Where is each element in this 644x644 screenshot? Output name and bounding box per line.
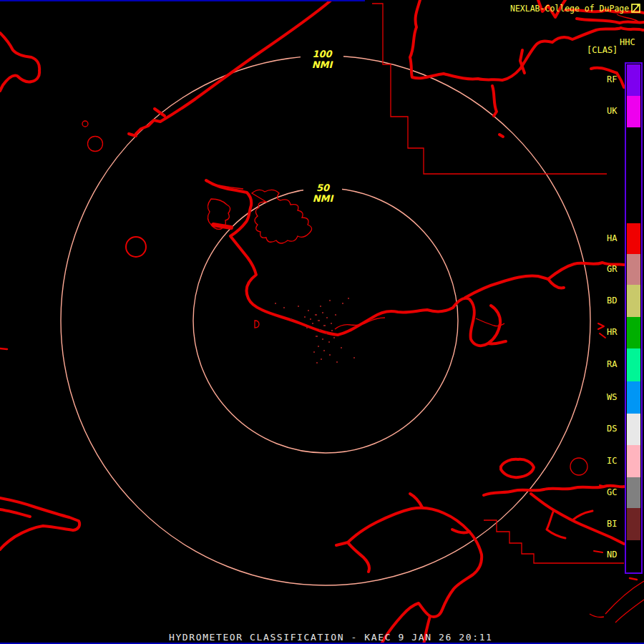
colorbar-segment-hr [627, 317, 640, 348]
colorbar-label-ra: RA [607, 359, 617, 369]
colorbar-label-ds: DS [607, 424, 617, 434]
colorbar-segment-gr [627, 254, 640, 285]
status-bar-text: HYDROMETEOR CLASSIFICATION - KAEC 9 JAN … [169, 632, 492, 643]
colorbar-label-gr: GR [607, 264, 617, 274]
radar-screen: 100 NMI 50 NMI NEXLAB-College of DuPage … [0, 0, 644, 644]
colorbar-segment-ds [627, 414, 640, 445]
colorbar-segment-ra [627, 348, 640, 381]
colorbar-label-nd: ND [607, 550, 617, 560]
frame-line-top [0, 0, 365, 1]
colorbar-segment-bi [627, 508, 640, 540]
colorbar-segment-ic [627, 445, 640, 477]
colorbar-label-ic: IC [607, 456, 617, 466]
colorbar-segment-ha [627, 223, 640, 254]
colorbar-segment-nd [627, 540, 640, 570]
colorbar-segment-gc [627, 477, 640, 508]
colorbar-segment-ws [627, 381, 640, 414]
colorbar-label-ws: WS [607, 392, 617, 402]
colorbar-segment-rf [627, 64, 640, 96]
colorbar-segment-uk [627, 96, 640, 127]
colorbar-label-ha: HA [607, 233, 617, 243]
range-ring-50nmi-label: 50 NMI [303, 182, 342, 204]
product-tag-label: [CLAS] [587, 45, 618, 55]
colorbar-label-rf: RF [607, 74, 617, 84]
colorbar-label-bd: BD [607, 296, 617, 306]
colorbar-label-gc: GC [607, 487, 617, 497]
colorbar-label-hr: HR [607, 327, 617, 337]
colorbar-label-uk: UK [607, 106, 617, 116]
colorbar-segment-bd [627, 285, 640, 317]
cod-weather-logo-icon [631, 4, 641, 14]
colorbar-label-bi: BI [607, 519, 617, 529]
range-ring-100nmi-label: 100 NMI [301, 49, 343, 70]
product-code-label: HHC [620, 37, 635, 47]
colorbar: RFUKHAGRBDHRRAWSDSICGCBIND [0, 0, 644, 644]
site-title: NEXLAB-College of DuPage [510, 4, 629, 14]
